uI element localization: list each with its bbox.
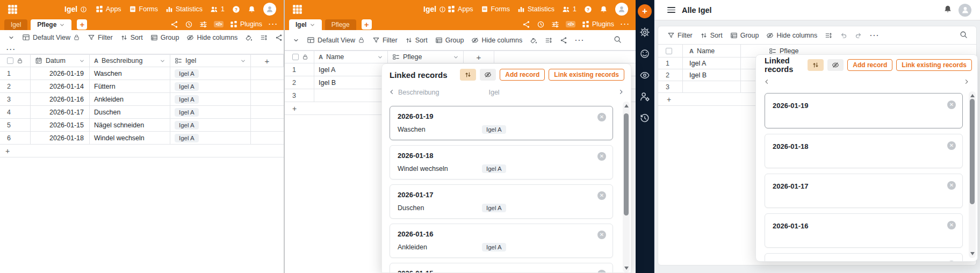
row-height-button[interactable] [541, 37, 556, 44]
column-header-name[interactable]: AName [314, 51, 388, 63]
unlink-close-icon[interactable]: ✕ [597, 191, 606, 200]
cell-datum[interactable]: 2026-01-14 [31, 80, 90, 92]
cell-name[interactable]: Igel B [683, 69, 741, 81]
api-code-icon[interactable]: </> [214, 21, 224, 27]
cell-name[interactable]: Igel A [314, 63, 388, 76]
collapse-views-button[interactable] [4, 34, 18, 41]
settings-gear-icon[interactable] [639, 27, 650, 40]
unlink-close-icon[interactable]: ✕ [597, 231, 606, 239]
add-column-button[interactable]: + [464, 51, 494, 63]
help-icon[interactable] [232, 5, 240, 13]
undo-button[interactable] [836, 32, 851, 39]
linked-record-card[interactable]: 2026-01-17 ✕ DuschenIgel A [390, 184, 613, 219]
column-header-igel[interactable]: Igel [170, 55, 251, 67]
column-header-pflege[interactable]: Pflege [388, 51, 464, 63]
theme-palette-icon[interactable] [639, 48, 650, 61]
cell-datum[interactable]: 2026-01-16 [31, 93, 90, 105]
link-existing-records-button[interactable]: Link existing records [896, 59, 972, 71]
unlink-close-icon[interactable]: ✕ [597, 270, 606, 272]
collaborators[interactable]: 1 [210, 5, 225, 13]
unlink-close-icon[interactable]: ✕ [597, 113, 606, 121]
avatar[interactable] [615, 3, 628, 16]
cell-datum[interactable]: 2026-01-19 [31, 67, 90, 80]
cell-igel[interactable]: Igel A [170, 67, 251, 80]
chevron-down-icon[interactable] [453, 54, 459, 60]
view-switcher[interactable]: Default View [18, 33, 84, 41]
share-view-button[interactable] [271, 34, 286, 41]
nav-apps[interactable]: Apps [96, 5, 121, 13]
add-table-button[interactable]: + [362, 19, 372, 30]
sliders-icon[interactable] [199, 20, 207, 28]
plugins-button[interactable]: Plugins [582, 20, 614, 28]
create-new-button[interactable]: + [638, 4, 652, 18]
group-button[interactable]: Group [147, 34, 183, 41]
cell-datum[interactable]: 2026-01-17 [31, 106, 90, 118]
api-code-icon[interactable]: </> [566, 21, 575, 27]
select-all-checkbox[interactable] [7, 58, 13, 64]
row-color-button[interactable] [526, 37, 541, 44]
nav-statistics[interactable]: Statistics [165, 5, 203, 13]
share-icon[interactable] [170, 20, 178, 28]
link-badge[interactable]: Igel A [175, 95, 199, 104]
sort-button[interactable]: Sort [117, 34, 147, 41]
history-icon[interactable] [639, 113, 650, 126]
linked-record-card[interactable]: 2026-01-19 ✕ [765, 93, 963, 128]
chevron-down-icon[interactable] [377, 54, 383, 60]
collapse-views-button[interactable] [289, 37, 303, 44]
share-view-button[interactable] [556, 37, 571, 44]
scrollbar-thumb[interactable] [970, 99, 975, 204]
linked-record-card[interactable]: 2026-01-16 ✕ AnkleidenIgel A [390, 224, 613, 258]
table-row[interactable]: 3 2026-01-16 Ankleiden Igel A [0, 93, 284, 106]
cell-beschreibung[interactable]: Nägel schneiden [90, 119, 170, 131]
nav-forms[interactable]: Forms [481, 5, 510, 13]
add-row-button[interactable]: + [0, 145, 284, 157]
hide-columns-button[interactable]: Hide columns [183, 34, 241, 41]
nav-statistics[interactable]: Statistics [517, 5, 554, 13]
hide-fields-button[interactable] [480, 69, 496, 81]
select-all-checkbox[interactable] [292, 54, 299, 60]
cell-name[interactable]: Igel A [683, 58, 741, 69]
app-grid-logo-icon[interactable] [8, 4, 18, 15]
cell-name[interactable]: Igel B [314, 76, 388, 89]
chevron-down-icon[interactable] [79, 58, 85, 64]
tab-pflege[interactable]: Pflege [325, 19, 356, 30]
view-switcher[interactable]: Default View [303, 36, 369, 44]
toolbar-overflow-icon[interactable]: ··· [571, 37, 588, 44]
toolbar-overflow-icon[interactable]: ··· [866, 32, 883, 39]
history-icon[interactable] [537, 20, 545, 28]
link-badge[interactable]: Igel A [175, 69, 199, 78]
popover-scrollbar[interactable] [969, 91, 976, 258]
sort-toggle-button[interactable] [808, 59, 824, 71]
column-header-beschreibung[interactable]: ABeschreibung [90, 55, 170, 67]
row-height-button[interactable] [256, 34, 271, 41]
scroll-up-icon[interactable] [624, 104, 629, 107]
group-button[interactable]: Group [726, 32, 763, 39]
hamburger-menu-icon[interactable] [667, 7, 675, 13]
share-icon[interactable] [522, 20, 530, 28]
add-record-button[interactable]: Add record [500, 69, 545, 81]
cell-igel[interactable]: Igel A [170, 132, 251, 144]
table-row[interactable]: 4 2026-01-17 Duschen Igel A [0, 106, 284, 119]
sort-button[interactable]: Sort [401, 37, 431, 44]
linked-record-card[interactable]: 2026-01-18 ✕ [765, 134, 963, 168]
linked-record-card[interactable]: 2026-01-19 ✕ WaschenIgel A [390, 106, 613, 140]
cell-name[interactable] [683, 81, 741, 92]
column-header-datum[interactable]: Datum [31, 55, 90, 67]
group-button[interactable]: Group [431, 37, 468, 44]
unlink-close-icon[interactable]: ✕ [947, 221, 956, 229]
table-row[interactable]: 6 2026-01-18 Windel wechseln Igel A [0, 132, 284, 145]
cell-beschreibung[interactable]: Füttern [90, 80, 170, 92]
table-row[interactable]: 1 2026-01-19 Waschen Igel A [0, 67, 284, 80]
link-existing-records-button[interactable]: Link existing records [549, 69, 624, 81]
chevron-down-icon[interactable] [160, 58, 165, 64]
link-badge[interactable]: Igel A [175, 134, 199, 142]
link-badge[interactable]: Igel A [175, 121, 199, 130]
plugins-button[interactable]: Plugins [230, 20, 262, 28]
link-badge[interactable]: Igel A [175, 108, 199, 117]
unlink-close-icon[interactable]: ✕ [947, 261, 956, 261]
tab-igel[interactable]: Igel [4, 19, 27, 30]
sliders-icon[interactable] [551, 20, 559, 28]
tab-igel[interactable]: Igel [289, 19, 322, 30]
cell-beschreibung[interactable]: Windel wechseln [90, 132, 170, 144]
unlink-close-icon[interactable]: ✕ [947, 181, 956, 190]
